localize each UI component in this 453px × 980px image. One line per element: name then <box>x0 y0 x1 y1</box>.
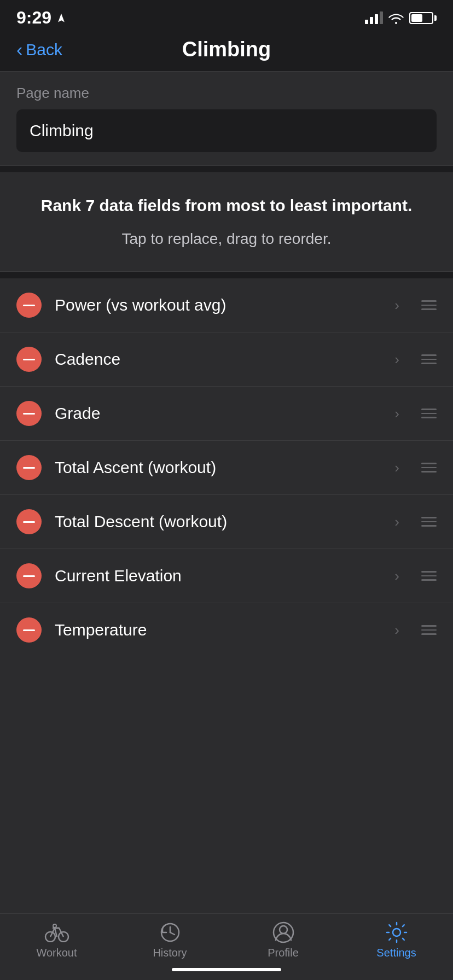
home-indicator-bar <box>172 968 281 971</box>
fields-list: Power (vs workout avg) › Cadence › Grade… <box>0 278 453 913</box>
drag-handle-icon[interactable] <box>421 354 437 364</box>
instructions-subtitle: Tap to replace, drag to reorder. <box>27 228 426 249</box>
status-bar: 9:29 <box>0 0 453 32</box>
home-indicator <box>0 962 453 980</box>
instructions-section: Rank 7 data fields from most to least im… <box>0 172 453 272</box>
drag-handle-icon[interactable] <box>421 300 437 310</box>
list-item[interactable]: Power (vs workout avg) › <box>0 278 453 332</box>
tab-history-label: History <box>153 947 187 959</box>
drag-handle-icon[interactable] <box>421 517 437 527</box>
chevron-right-icon: › <box>394 514 399 530</box>
field-name: Current Elevation <box>55 567 381 585</box>
chevron-right-icon: › <box>394 405 399 422</box>
workout-icon <box>43 921 71 943</box>
chevron-right-icon: › <box>394 622 399 639</box>
chevron-left-icon: ‹ <box>16 40 22 59</box>
field-name: Cadence <box>55 350 381 369</box>
tab-workout-label: Workout <box>36 947 77 959</box>
instructions-title: Rank 7 data fields from most to least im… <box>27 194 426 217</box>
wifi-icon <box>388 12 404 24</box>
field-name: Grade <box>55 404 381 423</box>
profile-icon <box>270 921 297 943</box>
list-item[interactable]: Current Elevation › <box>0 549 453 603</box>
tab-profile-label: Profile <box>268 947 299 959</box>
svg-point-5 <box>280 926 287 934</box>
drag-handle-icon[interactable] <box>421 409 437 418</box>
field-name: Power (vs workout avg) <box>55 296 381 314</box>
tab-settings[interactable]: Settings <box>340 921 453 959</box>
history-icon <box>156 921 184 943</box>
remove-button[interactable] <box>16 563 42 588</box>
field-name: Total Ascent (workout) <box>55 458 381 477</box>
svg-point-6 <box>393 929 400 936</box>
tab-workout[interactable]: Workout <box>0 921 113 959</box>
chevron-right-icon: › <box>394 459 399 476</box>
tab-history[interactable]: History <box>113 921 226 959</box>
battery-icon <box>409 12 437 24</box>
list-item[interactable]: Temperature › <box>0 603 453 657</box>
chevron-right-icon: › <box>394 351 399 368</box>
signal-strength-icon <box>365 11 383 24</box>
status-icons <box>365 11 437 24</box>
drag-handle-icon[interactable] <box>421 571 437 581</box>
chevron-right-icon: › <box>394 297 399 314</box>
field-name: Temperature <box>55 621 381 639</box>
chevron-right-icon: › <box>394 568 399 585</box>
page-title: Climbing <box>182 38 271 61</box>
page-name-label: Page name <box>16 85 437 102</box>
svg-point-2 <box>53 924 56 928</box>
tab-profile[interactable]: Profile <box>226 921 340 959</box>
list-item[interactable]: Total Ascent (workout) › <box>0 441 453 495</box>
tab-bar: Workout History Profile <box>0 913 453 962</box>
list-item[interactable]: Grade › <box>0 387 453 441</box>
page-name-input[interactable] <box>16 109 437 152</box>
remove-button[interactable] <box>16 293 42 318</box>
list-item[interactable]: Total Descent (workout) › <box>0 495 453 549</box>
settings-icon <box>383 921 410 943</box>
drag-handle-icon[interactable] <box>421 625 437 635</box>
status-time: 9:29 <box>16 8 67 28</box>
location-icon <box>56 13 67 24</box>
back-label: Back <box>26 40 62 59</box>
back-button[interactable]: ‹ Back <box>16 40 62 59</box>
remove-button[interactable] <box>16 455 42 480</box>
nav-bar: ‹ Back Climbing <box>0 32 453 72</box>
field-name: Total Descent (workout) <box>55 512 381 531</box>
tab-settings-label: Settings <box>376 947 416 959</box>
remove-button[interactable] <box>16 617 42 643</box>
remove-button[interactable] <box>16 347 42 372</box>
list-item[interactable]: Cadence › <box>0 332 453 387</box>
drag-handle-icon[interactable] <box>421 463 437 472</box>
page-name-section: Page name <box>0 72 453 166</box>
remove-button[interactable] <box>16 401 42 426</box>
remove-button[interactable] <box>16 509 42 534</box>
